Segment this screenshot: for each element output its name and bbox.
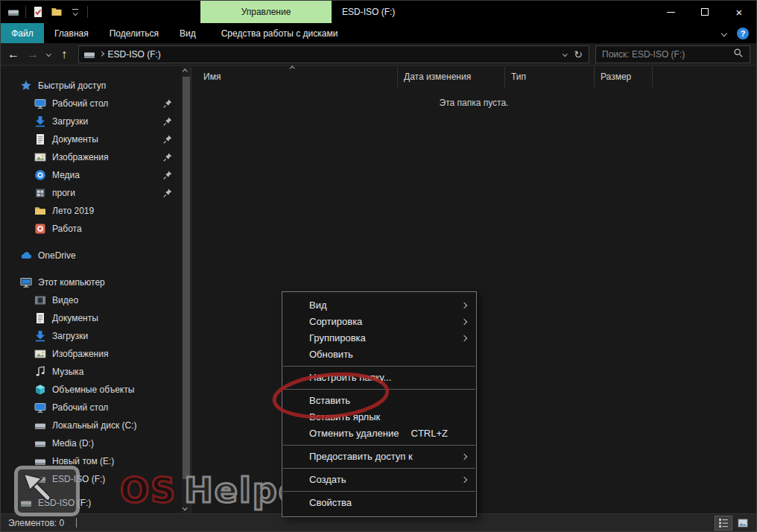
this-pc-icon	[20, 276, 32, 288]
sidebar-item-label: Объемные объекты	[52, 384, 134, 395]
forward-button[interactable]: →	[23, 45, 42, 64]
recent-locations-chevron-icon[interactable]	[42, 45, 54, 64]
context-menu-item[interactable]: Настроить папку...	[282, 370, 476, 386]
menu-separator	[283, 468, 475, 469]
context-menu-item[interactable]: Создать	[282, 472, 476, 488]
sidebar-item[interactable]: Этот компьютер	[1, 273, 182, 291]
context-menu-item[interactable]: Вставить	[282, 393, 476, 409]
context-menu-item[interactable]: Сортировка	[282, 314, 476, 330]
quick-access-star-icon	[20, 80, 32, 92]
tab-ribbon[interactable]: Главная	[44, 23, 99, 43]
maximize-button[interactable]	[688, 1, 722, 23]
scrollbar-thumb[interactable]	[183, 77, 190, 479]
menu-item-label: Группировка	[309, 332, 366, 343]
breadcrumb-path[interactable]: ESD-ISO (F:)	[108, 49, 161, 60]
menu-item-shortcut: CTRL+Z	[411, 425, 448, 442]
sidebar-item[interactable]: Видео	[1, 291, 182, 309]
tab-disk-tools[interactable]: Средства работы с дисками	[211, 23, 349, 43]
drive-icon	[34, 419, 46, 431]
close-button[interactable]: ×	[722, 1, 756, 23]
sidebar-item-label: Изображения	[52, 152, 108, 162]
videos-icon	[34, 294, 46, 306]
help-icon[interactable]: ?	[737, 28, 749, 39]
sidebar-section: Этот компьютерВидеоДокументыЗагрузкиИзоб…	[1, 273, 182, 488]
sidebar-item[interactable]: Лето 2019	[1, 202, 182, 220]
sidebar-item-label: ESD-ISO (F:)	[52, 474, 105, 484]
desktop-icon	[34, 402, 46, 414]
empty-folder-message: Эта папка пуста.	[191, 98, 756, 108]
items-count: Элементов: 0	[8, 518, 64, 528]
menu-separator	[283, 491, 475, 492]
sidebar-item[interactable]: Изображения	[1, 345, 182, 363]
sidebar-scrollbar[interactable]	[182, 66, 191, 513]
context-menu-item[interactable]: Вставить ярлык	[282, 409, 476, 425]
submenu-chevron-icon	[461, 319, 467, 325]
context-menu-item[interactable]: Группировка	[282, 330, 476, 346]
collapse-ribbon-chevron-icon[interactable]	[721, 30, 727, 36]
context-menu-item[interactable]: Вид	[282, 297, 476, 314]
refresh-icon[interactable]: ↻	[574, 48, 583, 60]
sidebar-item[interactable]: Новый том (E:)	[1, 452, 182, 470]
address-bar[interactable]: ESD-ISO (F:) ↻	[78, 45, 589, 63]
column-header[interactable]: Дата изменения	[398, 66, 505, 87]
sidebar-item[interactable]: Изображения	[1, 148, 182, 166]
minimize-button[interactable]	[653, 1, 688, 23]
sidebar-item-label: Изображения	[52, 349, 108, 359]
sidebar-item[interactable]: Рабочий стол	[1, 95, 182, 113]
properties-icon[interactable]	[31, 5, 45, 19]
sidebar-item[interactable]: Работа	[1, 220, 182, 238]
quick-access-toolbar	[7, 1, 88, 23]
context-menu-item[interactable]: Свойства	[282, 495, 476, 511]
sidebar-item[interactable]: Локальный диск (C:)	[1, 417, 182, 434]
sidebar-item[interactable]: ESD-ISO (F:)	[1, 494, 182, 512]
pin-icon	[162, 134, 173, 145]
pictures-icon	[34, 348, 46, 360]
sidebar-item[interactable]: Media (D:)	[1, 434, 182, 452]
menu-separator	[283, 366, 475, 367]
sidebar-item[interactable]: OneDrive	[1, 247, 182, 265]
details-view-button[interactable]	[715, 516, 732, 531]
scroll-up-icon[interactable]	[183, 69, 187, 74]
search-input[interactable]: Поиск: ESD-ISO (F:)	[595, 45, 750, 63]
sidebar-item[interactable]: Документы	[1, 130, 182, 148]
sidebar-item[interactable]: Загрузки	[1, 327, 182, 345]
drive-icon	[34, 437, 46, 449]
search-icon[interactable]	[733, 48, 744, 60]
sidebar-item[interactable]: Рабочий стол	[1, 399, 182, 417]
sidebar-item[interactable]: Быстрый доступ	[1, 77, 182, 95]
pin-icon	[162, 116, 173, 127]
new-folder-icon[interactable]	[50, 5, 63, 19]
tab-ribbon[interactable]: Вид	[169, 23, 206, 43]
drive-icon[interactable]	[7, 5, 20, 19]
sidebar-item[interactable]: ESD-ISO (F:)	[1, 470, 182, 488]
contextual-tab-manage[interactable]: Управление	[200, 1, 332, 23]
documents-icon	[34, 133, 46, 145]
context-menu-item[interactable]: Обновить	[282, 346, 476, 363]
up-button[interactable]: ↑	[54, 45, 74, 64]
column-header[interactable]: Тип	[505, 66, 595, 87]
sidebar-item[interactable]: Объемные объекты	[1, 381, 182, 399]
customize-toolbar-chevron-icon[interactable]	[69, 5, 82, 19]
menu-item-label: Вид	[309, 300, 327, 311]
back-button[interactable]: ←	[4, 45, 23, 64]
menu-item-label: Отменить удаление	[309, 428, 399, 439]
window-controls: ×	[653, 1, 756, 23]
menu-item-label: Сортировка	[309, 316, 362, 327]
column-header[interactable]: Имя	[191, 66, 398, 87]
thumbnails-view-button[interactable]	[734, 516, 752, 531]
context-menu-item[interactable]: Отменить удалениеCTRL+Z	[282, 425, 476, 442]
context-menu-item[interactable]: Предоставить доступ к	[282, 449, 476, 465]
navigation-pane: Быстрый доступРабочий столЗагрузкиДокуме…	[1, 66, 182, 513]
column-header[interactable]: Размер	[595, 66, 653, 87]
sidebar-item[interactable]: Музыка	[1, 363, 182, 381]
tab-ribbon[interactable]: Поделиться	[99, 23, 169, 43]
address-dropdown-chevron-icon[interactable]	[563, 51, 567, 56]
sidebar-item[interactable]: Медиа	[1, 166, 182, 184]
tab-file[interactable]: Файл	[1, 23, 44, 43]
menu-item-label: Предоставить доступ к	[309, 451, 413, 462]
sidebar-item[interactable]: Загрузки	[1, 113, 182, 130]
sidebar-item[interactable]: Документы	[1, 309, 182, 327]
downloads-icon	[34, 115, 46, 127]
sidebar-item[interactable]: проги	[1, 184, 182, 202]
scroll-down-icon[interactable]	[183, 505, 187, 510]
